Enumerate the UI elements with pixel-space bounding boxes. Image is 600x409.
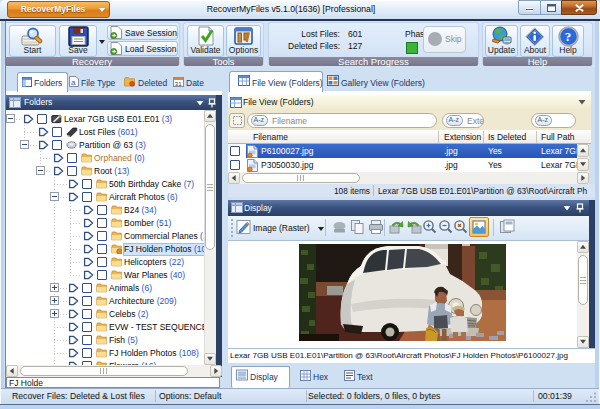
svg-text:?: ?: [565, 29, 572, 44]
svg-text:a: a: [71, 78, 76, 87]
svg-text:31: 31: [175, 81, 182, 87]
